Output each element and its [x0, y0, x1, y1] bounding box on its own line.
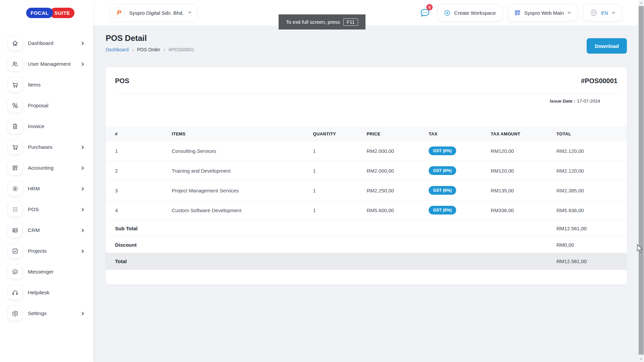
col-header-tax: TAX	[429, 131, 491, 136]
logo-focal: FOCAL	[26, 8, 53, 18]
company-logo: P	[113, 7, 125, 19]
document-type: POS	[115, 77, 129, 85]
sidebar-item-pos[interactable]: POS	[0, 199, 93, 220]
app-logo[interactable]: FOCAL SUITE	[0, 0, 93, 25]
workspace-grid-icon	[514, 9, 521, 16]
sidebar-item-label: HRM	[28, 186, 40, 192]
chevron-down-icon	[611, 10, 615, 16]
sidebar-item-label: CRM	[28, 227, 40, 233]
logo-suite: SUITE	[50, 8, 74, 18]
sidebar-item-projects[interactable]: Projects	[0, 241, 93, 261]
table-row: 4 Custom Software Development 1 RM5.600,…	[106, 200, 627, 220]
subtotal-value: RM12.561,00	[556, 226, 618, 231]
sidebar-item-label: POS	[28, 206, 39, 213]
sidebar-item-accounting[interactable]: Accounting	[0, 158, 93, 178]
scroll-up-arrow-icon[interactable]: ▲	[638, 0, 644, 6]
sidebar-item-label: Proposal	[28, 103, 48, 109]
sidebar-item-proposal[interactable]: Proposal	[0, 95, 93, 116]
sidebar-item-dashboard[interactable]: Dashboard	[0, 33, 93, 54]
sidebar-item-hrm[interactable]: HRM	[0, 178, 93, 199]
table-row: 2 Training and Development 1 RM2.000,00 …	[106, 161, 627, 181]
workspace-selector[interactable]: Syspro Web Main	[508, 4, 578, 21]
gear-icon	[8, 306, 22, 320]
chevron-right-icon	[81, 229, 85, 232]
page-header: POS Detail Dashboard › POS Order › #POS0…	[106, 33, 627, 54]
total-value: RM12.561,00	[556, 258, 618, 264]
cart-icon	[8, 140, 22, 154]
chevron-right-icon	[81, 249, 85, 253]
table-row: 1 Consulting Services 1 RM2.000,00 GST (…	[106, 141, 627, 161]
grid-plus-icon	[8, 161, 22, 175]
document-number: #POS00001	[581, 77, 618, 85]
divider	[115, 94, 618, 94]
home-icon	[8, 36, 22, 50]
sidebar-nav: Dashboard User Management Items Proposal…	[0, 25, 93, 324]
users-icon	[8, 57, 22, 71]
create-workspace-button[interactable]: Create Workspace	[437, 4, 502, 21]
chat-icon	[8, 265, 22, 279]
check-square-icon	[8, 244, 22, 258]
messages-button[interactable]: 0	[418, 5, 432, 20]
sidebar-item-helpdesk[interactable]: Helpdesk	[0, 282, 93, 303]
breadcrumb-current: #POS00001	[169, 47, 194, 52]
discount-label: Discount	[115, 242, 556, 248]
vertical-scrollbar[interactable]: ▲ ▼	[638, 0, 644, 362]
sidebar-item-items[interactable]: Items	[0, 74, 93, 95]
col-header-price: PRICE	[367, 131, 429, 136]
sidebar-item-label: Items	[28, 82, 41, 88]
tax-badge: GST (6%)	[429, 206, 456, 215]
main-column: P Syspro Digital Sdn. Bhd. 0 Create Work…	[93, 0, 644, 362]
sidebar-item-label: Accounting	[28, 165, 54, 171]
fullscreen-toast: To exit full screen, press F11	[279, 14, 366, 29]
discount-row: Discount RM0,00	[106, 237, 627, 253]
chevron-right-icon	[81, 42, 85, 45]
breadcrumb-pos-order[interactable]: POS Order	[137, 47, 160, 52]
issue-date-value: 17-07-2024	[577, 99, 600, 104]
sidebar-item-label: Messenger	[28, 269, 54, 275]
plus-circle-icon	[444, 9, 451, 16]
workspace-name: Syspro Web Main	[524, 10, 564, 16]
sidebar-item-label: Invoice	[28, 123, 44, 129]
f11-key: F11	[343, 18, 358, 26]
language-code: EN	[601, 10, 608, 16]
transfer-icon	[8, 99, 22, 113]
invoice-icon	[8, 119, 22, 133]
chevron-right-icon	[81, 145, 85, 149]
subtotal-label: Sub Total	[115, 226, 556, 231]
download-button[interactable]: Download	[587, 38, 627, 54]
company-name: Syspro Digital Sdn. Bhd.	[129, 10, 184, 16]
sidebar-item-crm[interactable]: CRM	[0, 220, 93, 241]
sidebar-item-invoice[interactable]: Invoice	[0, 116, 93, 137]
create-workspace-label: Create Workspace	[454, 10, 496, 16]
tax-badge: GST (6%)	[429, 166, 456, 175]
sidebar-item-user-management[interactable]: User Management	[0, 54, 93, 74]
language-selector[interactable]: EN	[583, 4, 622, 21]
breadcrumb-dashboard[interactable]: Dashboard	[106, 47, 129, 52]
app-window: FOCAL SUITE Dashboard User Management It…	[0, 0, 644, 362]
content-area: POS Detail Dashboard › POS Order › #POS0…	[93, 25, 644, 362]
sidebar: FOCAL SUITE Dashboard User Management It…	[0, 0, 93, 362]
discount-value: RM0,00	[556, 242, 618, 248]
topbar: P Syspro Digital Sdn. Bhd. 0 Create Work…	[93, 0, 644, 25]
sidebar-item-label: Purchases	[28, 144, 52, 150]
company-selector[interactable]: P Syspro Digital Sdn. Bhd.	[110, 4, 198, 21]
id-card-icon	[8, 223, 22, 237]
col-header-total: TOTAL	[556, 131, 618, 136]
breadcrumb-separator-icon: ›	[164, 47, 165, 52]
scrollbar-thumb[interactable]	[639, 6, 644, 355]
sidebar-item-messenger[interactable]: Messenger	[0, 261, 93, 282]
chevron-right-icon	[81, 312, 85, 315]
sidebar-item-label: User Management	[28, 61, 71, 67]
total-row: Total RM12.561,00	[106, 253, 627, 270]
chevron-down-icon	[567, 10, 571, 16]
scroll-down-arrow-icon[interactable]: ▼	[638, 356, 644, 362]
issue-date-label: Issue Date :	[550, 99, 575, 104]
sidebar-item-label: Projects	[28, 248, 47, 254]
sidebar-item-settings[interactable]: Settings	[0, 303, 93, 324]
tax-badge: GST (6%)	[429, 186, 456, 195]
topbar-actions: 0 Create Workspace Syspro Web Main EN	[418, 4, 622, 21]
toast-message: To exit full screen, press	[286, 19, 340, 25]
sidebar-item-purchases[interactable]: Purchases	[0, 137, 93, 158]
tax-badge: GST (6%)	[429, 146, 456, 155]
col-header-tax-amount: TAX AMOUNT	[491, 131, 556, 136]
